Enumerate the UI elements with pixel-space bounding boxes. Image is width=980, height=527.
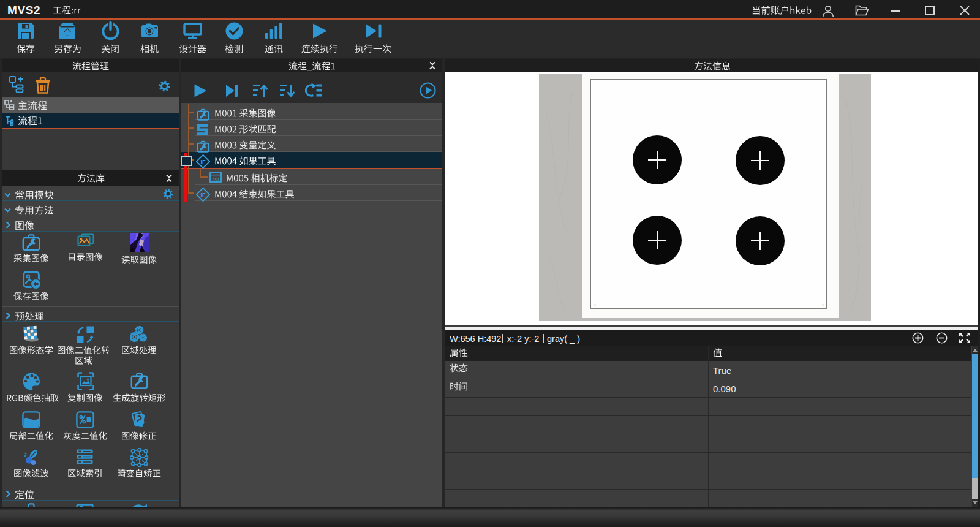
svg-text:(X): (X) — [213, 176, 219, 182]
svg-text:IF: IF — [201, 192, 206, 198]
svg-text:IF: IF — [201, 159, 206, 165]
